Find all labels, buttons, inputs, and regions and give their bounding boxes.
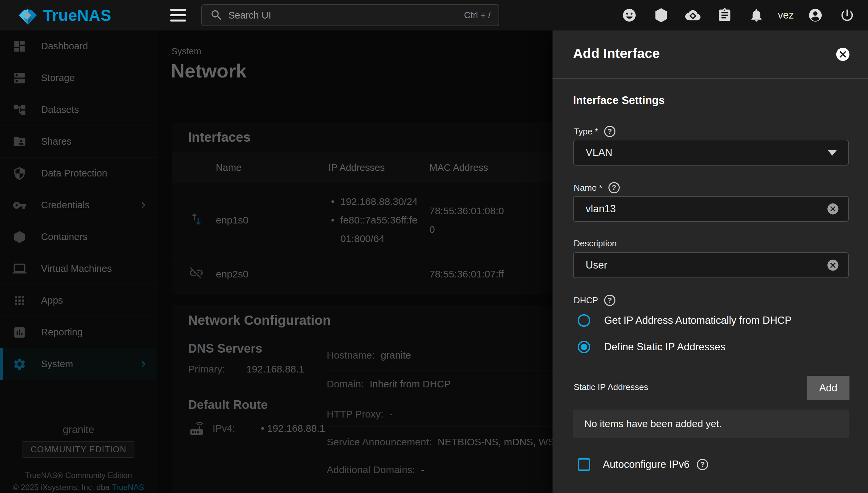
truenas-logo[interactable]: TrueNAS <box>17 5 111 26</box>
radio-icon <box>578 314 590 327</box>
description-field <box>573 252 849 278</box>
user-avatar[interactable] <box>804 4 827 27</box>
name-input[interactable] <box>586 203 826 215</box>
modal-backdrop[interactable] <box>0 30 552 493</box>
radio-static-ip[interactable]: Define Static IP Addresses <box>578 338 725 356</box>
type-select-value: VLAN <box>586 147 828 158</box>
logo-text: TrueNAS <box>43 6 111 24</box>
dhcp-field-label: DHCP <box>574 295 615 306</box>
empty-list-message: No items have been added yet. <box>573 410 849 438</box>
search-icon <box>210 8 223 22</box>
power-icon[interactable] <box>836 4 859 27</box>
panel-title: Add Interface <box>573 46 660 61</box>
radio-checked-icon <box>578 341 590 353</box>
search-shortcut: Ctrl + / <box>464 10 491 21</box>
feedback-smiley-icon[interactable] <box>618 4 641 27</box>
name-field-label: Name * <box>574 182 620 193</box>
topbar-actions: vez <box>618 0 859 30</box>
username-label: vez <box>777 9 795 21</box>
help-icon[interactable] <box>604 126 615 137</box>
radio-dhcp-auto[interactable]: Get IP Address Automatically from DHCP <box>578 311 791 330</box>
alerts-bell-icon[interactable] <box>745 4 768 27</box>
checkbox-label: Autoconfigure IPv6 <box>603 458 690 471</box>
name-field <box>573 196 849 222</box>
truenas-logo-icon <box>17 5 38 26</box>
add-static-ip-button[interactable]: Add <box>807 376 849 400</box>
search-input[interactable] <box>229 10 464 21</box>
description-field-label: Description <box>574 238 617 249</box>
jobs-clipboard-icon[interactable] <box>713 4 736 27</box>
clear-input-icon[interactable] <box>826 202 840 216</box>
enterprise-stack-icon[interactable] <box>650 4 673 27</box>
help-icon[interactable] <box>604 295 615 306</box>
chevron-down-icon <box>828 150 837 156</box>
autoconfigure-ipv6-row: Autoconfigure IPv6 <box>578 455 708 474</box>
truecommand-cloud-icon[interactable] <box>681 4 704 27</box>
menu-toggle-icon[interactable] <box>170 9 186 22</box>
add-interface-panel: Add Interface Interface Settings Type * … <box>552 30 868 493</box>
panel-header: Add Interface <box>552 30 868 79</box>
type-select[interactable]: VLAN <box>573 140 849 166</box>
type-field-label: Type * <box>574 126 615 137</box>
help-icon[interactable] <box>608 182 620 193</box>
static-ip-label: Static IP Addresses <box>574 382 648 392</box>
checkbox-unchecked-icon[interactable] <box>578 458 590 471</box>
help-icon[interactable] <box>697 459 708 470</box>
topbar: TrueNAS Ctrl + / vez <box>0 0 868 30</box>
description-input[interactable] <box>586 259 826 271</box>
section-title: Interface Settings <box>573 94 665 107</box>
clear-input-icon[interactable] <box>826 259 840 272</box>
close-icon[interactable] <box>835 46 851 62</box>
search-box[interactable]: Ctrl + / <box>201 4 499 26</box>
